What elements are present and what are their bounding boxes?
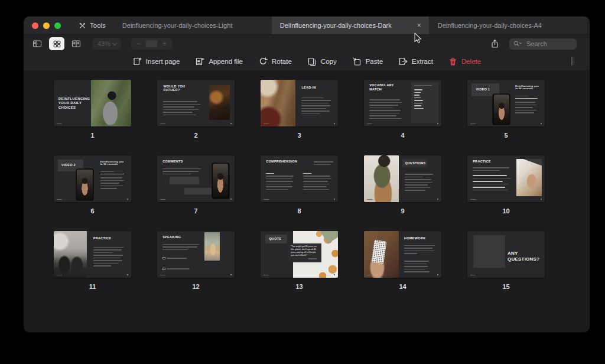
page-cell: VIDEO 2 Deinfluencing you in 90 seconds … <box>54 155 131 215</box>
page-cell: HOMEWORK 14 <box>364 231 441 291</box>
page-cell: PRACTICE 11 <box>54 231 131 291</box>
slide-photo <box>364 155 399 202</box>
new-tab-button[interactable]: + <box>587 21 590 30</box>
tools-button[interactable]: Tools <box>70 17 114 34</box>
tab-dark-active[interactable]: DeiInfluencing-your-daily-choices-Dark × <box>272 17 430 34</box>
page-14-thumbnail[interactable]: HOMEWORK <box>364 231 441 278</box>
reader-view-button[interactable] <box>69 37 84 50</box>
page-6-thumbnail[interactable]: VIDEO 2 Deinfluencing you in 90 seconds <box>54 155 131 202</box>
slide-title: QUESTIONS <box>405 161 425 165</box>
page-3-thumbnail[interactable]: LEAD-IN <box>261 80 338 126</box>
insert-page-button[interactable]: Insert page <box>132 57 180 66</box>
page-number: 10 <box>467 207 545 215</box>
page-15-thumbnail[interactable]: ANY QUESTIONS? <box>467 231 545 278</box>
slide-title: LEAD-IN <box>301 86 315 90</box>
page-5-thumbnail[interactable]: VIDEO 1 Deinfluencing you in 60 seconds <box>467 80 545 126</box>
page-number: 4 <box>364 131 441 139</box>
page-action-bar: Insert page Append file Rotate <box>24 53 590 71</box>
zoom-out-button[interactable]: − <box>131 40 146 48</box>
tools-label: Tools <box>90 22 106 29</box>
slide-title: PRACTICE <box>473 160 491 164</box>
close-window-button[interactable] <box>32 22 38 29</box>
delete-button[interactable]: Delete <box>448 57 481 66</box>
tab-label: Deinfluencing-your-daily-choices-Light <box>122 22 265 29</box>
paste-label: Paste <box>366 58 383 65</box>
extract-label: Extract <box>412 58 433 65</box>
delete-trash-icon <box>448 57 457 66</box>
zoom-in-button[interactable]: + <box>157 40 172 48</box>
page-number: 11 <box>54 282 131 291</box>
page-2-thumbnail[interactable]: WOULD YOU RATHER? <box>157 80 235 126</box>
share-icon <box>490 39 499 48</box>
page-12-thumbnail[interactable]: SPEAKING <box>157 231 235 278</box>
page-8-thumbnail[interactable]: COMPREHENSION <box>261 155 338 202</box>
page-number: 7 <box>157 207 235 215</box>
grid-view-button[interactable] <box>49 37 64 50</box>
page-number: 9 <box>364 207 441 215</box>
append-file-icon <box>195 57 204 66</box>
search-field[interactable] <box>509 38 577 50</box>
scrollbar-handle[interactable] <box>571 57 574 66</box>
page-11-thumbnail[interactable]: PRACTICE <box>54 231 131 278</box>
comment-box <box>184 188 212 194</box>
comment-box <box>170 177 199 184</box>
page-13-thumbnail[interactable]: QUOTE "You might get 80 years on this pl… <box>261 231 338 278</box>
page-cell: COMPREHENSION 8 <box>261 155 338 215</box>
rotate-button[interactable]: Rotate <box>258 57 292 66</box>
paste-icon <box>352 57 362 66</box>
page-cell: QUOTE "You might get 80 years on this pl… <box>261 231 338 291</box>
tab-bar: Tools Deinfluencing-your-daily-choices-L… <box>24 17 590 35</box>
sidebar-icon <box>32 39 42 48</box>
page-cell: DEINFLUENCING YOUR DAILY CHOICES 1 <box>54 80 131 139</box>
sidebar-toggle-button[interactable] <box>30 37 45 50</box>
page-cell: VOCABULARY MATCH <box>364 80 441 139</box>
page-9-thumbnail[interactable]: QUESTIONS <box>364 155 441 202</box>
slide-photo <box>364 231 399 278</box>
search-input[interactable] <box>525 40 569 48</box>
zoom-level-dropdown[interactable]: 43% <box>93 38 121 50</box>
share-button[interactable] <box>490 39 499 48</box>
slide-title: VOCABULARY MATCH <box>369 83 400 91</box>
page-7-thumbnail[interactable]: COMMENTS <box>157 155 235 202</box>
tab-label: Deinfluencing-your-daily-choices-A4 <box>438 22 581 29</box>
slide-subtitle: Deinfluencing you in 90 seconds <box>100 161 127 167</box>
slide-photo <box>54 231 87 278</box>
quote-text: "You might get 80 years on this planet, … <box>291 245 319 257</box>
slide-title: ANY QUESTIONS? <box>508 251 543 262</box>
slide-title: SPEAKING <box>162 235 181 239</box>
page-number: 8 <box>261 207 338 215</box>
page-number: 3 <box>261 131 338 139</box>
tab-a4[interactable]: Deinfluencing-your-daily-choices-A4 <box>430 17 587 34</box>
page-number: 14 <box>364 282 441 291</box>
slide-photo <box>209 85 230 119</box>
mouse-cursor <box>414 32 422 44</box>
slide-title: COMMENTS <box>162 160 183 164</box>
tab-bar-rest: + <box>587 17 590 34</box>
rotate-label: Rotate <box>272 58 292 65</box>
page-cell: VIDEO 1 Deinfluencing you in 60 seconds … <box>467 80 545 139</box>
slide-photo <box>261 80 295 126</box>
page-cell: WOULD YOU RATHER? 2 <box>157 80 235 139</box>
page-cell: LEAD-IN 3 <box>261 80 338 139</box>
extract-button[interactable]: Extract <box>398 57 433 66</box>
app-window: Tools Deinfluencing-your-daily-choices-L… <box>24 17 590 332</box>
close-tab-icon[interactable]: × <box>415 21 423 30</box>
zoom-window-button[interactable] <box>54 22 61 29</box>
insert-page-label: Insert page <box>146 58 180 65</box>
view-toolbar: 43% − + <box>24 35 590 53</box>
page-cell: ANY QUESTIONS? 15 <box>467 231 545 291</box>
page-10-thumbnail[interactable]: PRACTICE <box>467 155 545 202</box>
slide-title: DEINFLUENCING YOUR DAILY CHOICES <box>58 97 88 110</box>
paste-button[interactable]: Paste <box>352 57 383 66</box>
tab-light[interactable]: Deinfluencing-your-daily-choices-Light <box>114 17 272 34</box>
copy-label: Copy <box>321 58 337 65</box>
zoom-stepper: − + <box>131 38 172 50</box>
copy-button[interactable]: Copy <box>307 57 337 66</box>
phone-mockup <box>212 163 229 199</box>
page-4-thumbnail[interactable]: VOCABULARY MATCH <box>364 80 441 126</box>
slide-title: HOMEWORK <box>404 236 425 240</box>
zoom-level-value: 43% <box>97 40 110 47</box>
minimize-window-button[interactable] <box>43 22 50 29</box>
append-file-button[interactable]: Append file <box>195 57 243 66</box>
page-1-thumbnail[interactable]: DEINFLUENCING YOUR DAILY CHOICES <box>54 80 131 126</box>
